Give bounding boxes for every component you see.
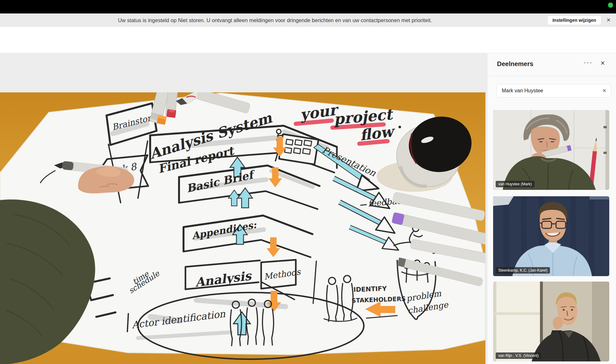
- participant-video-tile[interactable]: van Rijn , V.S. (Vincent): [493, 282, 609, 361]
- drawing-label-identify: IDENTIFY: [353, 284, 387, 293]
- marker-cap-red: [166, 109, 176, 118]
- participant-name-tag: van Huystee (Mark): [496, 181, 535, 187]
- presence-status-dot: [608, 3, 613, 8]
- participant-video-jan-karel: [493, 196, 609, 276]
- participant-name-tag: Steenkamp, K.C. (Jan-Karel): [496, 267, 550, 274]
- window-titlebar: [0, 0, 616, 13]
- change-settings-button[interactable]: Instellingen wijzigen: [547, 15, 601, 25]
- shared-screen-drawing: Brainstorm Week 8 Analysis System Final …: [0, 92, 485, 364]
- participants-panel: Deelnemers ··· ✕ ✕: [487, 53, 616, 364]
- participant-video-vincent: [493, 282, 609, 361]
- dnd-banner-text: Uw status is ingesteld op Niet storen. U…: [0, 13, 550, 27]
- participants-panel-title: Deelnemers: [497, 60, 533, 68]
- participant-video-mark: [493, 110, 609, 190]
- participant-search-input[interactable]: [497, 88, 600, 94]
- shared-screen-video: Brainstorm Week 8 Analysis System Final …: [0, 92, 485, 364]
- participants-close-icon[interactable]: ✕: [600, 60, 605, 67]
- search-clear-icon[interactable]: ✕: [600, 88, 611, 94]
- banner-close-icon[interactable]: ✕: [606, 13, 611, 27]
- dnd-banner: Uw status is ingesteld op Niet storen. U…: [0, 13, 616, 27]
- marker-cap-orange: [157, 115, 167, 125]
- participant-video-tile[interactable]: Steenkamp, K.C. (Jan-Karel): [493, 196, 609, 276]
- panel-divider: [487, 76, 616, 76]
- participant-video-tile[interactable]: van Huystee (Mark): [493, 110, 609, 190]
- meeting-toolbar: 38:11 Afsluiten Chat Personen: [0, 27, 616, 53]
- participant-name-tag: van Rijn , V.S. (Vincent): [496, 352, 541, 359]
- participant-search: ✕: [496, 84, 611, 97]
- participants-more-icon[interactable]: ···: [584, 58, 593, 67]
- teams-meeting-window: Uw status is ingesteld op Niet storen. U…: [0, 0, 616, 364]
